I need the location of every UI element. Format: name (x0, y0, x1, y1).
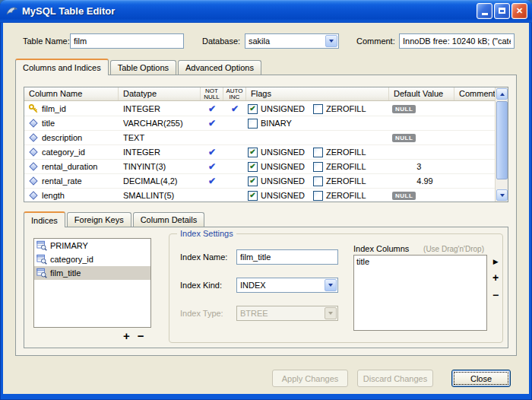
database-dropdown-button[interactable] (325, 35, 337, 47)
table-row[interactable]: description TEXT ✔ ✔ NULL (24, 131, 496, 145)
close-icon: ✕ (516, 7, 523, 15)
grid-vertical-scrollbar[interactable] (495, 87, 508, 202)
table-row[interactable]: rental_rate DECIMAL(4,2) ✔ ✔ ✔UNSIGNED ✔… (24, 174, 496, 189)
not-null-check[interactable]: ✔ (208, 176, 216, 186)
discard-changes-button[interactable]: Discard Changes (357, 370, 433, 387)
minimize-icon (482, 13, 488, 15)
unsigned-checkbox[interactable]: ✔ (248, 176, 258, 186)
comment-input[interactable] (399, 33, 515, 49)
add-index-button[interactable]: + (123, 330, 130, 341)
indices-list-buttons: + − (123, 330, 144, 341)
zerofill-checkbox[interactable]: ✔ (313, 191, 323, 201)
close-button[interactable]: ✕ (511, 3, 527, 19)
not-null-check[interactable]: ✔ (208, 148, 216, 157)
index-list-item[interactable]: category_id (34, 252, 150, 266)
auto-inc-check[interactable]: ✔ (231, 104, 239, 113)
comment-cell (454, 116, 496, 131)
unsigned-checkbox[interactable]: ✔ (248, 162, 258, 172)
tab-advanced-options[interactable]: Advanced Options (178, 60, 261, 75)
header-datatype[interactable]: Datatype (119, 87, 201, 100)
flag-label: UNSIGNED (261, 148, 305, 157)
scrollbar-thumb[interactable] (496, 101, 508, 179)
header-column-name[interactable]: Column Name (24, 87, 119, 100)
index-icon (36, 268, 47, 278)
index-settings-group: Index Settings Index Name: Index Kind: I… (169, 233, 503, 343)
header-default-value[interactable]: Default Value (389, 87, 454, 100)
zerofill-checkbox[interactable]: ✔ (313, 104, 323, 114)
tab-table-options[interactable]: Table Options (110, 60, 176, 75)
binary-checkbox[interactable]: ✔ (248, 119, 258, 129)
flag-label: BINARY (261, 119, 292, 128)
indices-list[interactable]: PRIMARY category_id film_title (33, 238, 151, 328)
mysql-table-editor-window: MySQL Table Editor ✕ Table Name: Databas… (0, 0, 532, 400)
unsigned-checkbox[interactable]: ✔ (248, 104, 258, 114)
check-icon: ✔ (249, 105, 255, 113)
check-icon: ✔ (249, 163, 255, 170)
minimize-button[interactable] (477, 3, 492, 19)
index-icon (36, 254, 47, 265)
table-name-input[interactable] (70, 33, 184, 49)
zerofill-checkbox[interactable]: ✔ (313, 176, 323, 186)
not-null-check[interactable]: ✔ (208, 162, 216, 171)
index-list-item[interactable]: film_title (34, 266, 150, 280)
zerofill-checkbox[interactable]: ✔ (313, 148, 323, 157)
chevron-down-icon (329, 40, 334, 43)
table-row[interactable]: rental_duration TINYINT(3) ✔ ✔ ✔UNSIGNED… (24, 160, 496, 174)
index-name-input[interactable] (236, 249, 338, 265)
table-row[interactable]: length SMALLINT(5) ✔ ✔ ✔UNSIGNED ✔ZEROFI… (24, 189, 496, 202)
column-icon (27, 117, 40, 129)
column-name: description (42, 133, 82, 142)
column-icon (27, 132, 40, 144)
index-list-item[interactable]: PRIMARY (34, 239, 150, 252)
table-row[interactable]: title VARCHAR(255) ✔ ✔ ✔BINARY NULL (24, 116, 496, 131)
not-null-check[interactable]: ✔ (208, 119, 216, 128)
tab-columns-and-indices[interactable]: Columns and Indices (15, 59, 109, 75)
index-icon (36, 240, 47, 251)
header-auto-inc[interactable]: AUTO INC (223, 87, 246, 100)
index-kind-label: Index Kind: (180, 281, 222, 290)
tab-column-details[interactable]: Column Details (133, 212, 205, 227)
column-icon (27, 175, 40, 187)
column-datatype: TEXT (119, 131, 201, 145)
table-row[interactable]: category_id INTEGER ✔ ✔ ✔UNSIGNED ✔ZEROF… (24, 145, 496, 160)
index-kind-select[interactable]: INDEX (236, 278, 338, 293)
header-flags[interactable]: Flags (246, 87, 389, 100)
title-bar[interactable]: MySQL Table Editor ✕ (0, 0, 532, 23)
database-select[interactable]: sakila (245, 33, 339, 49)
header-not-null[interactable]: NOT NULL (201, 87, 223, 100)
window-title: MySQL Table Editor (22, 5, 477, 17)
apply-changes-button[interactable]: Apply Changes (272, 370, 348, 387)
unsigned-checkbox[interactable]: ✔ (248, 148, 258, 157)
index-column-name: title (356, 257, 369, 266)
maximize-button[interactable] (494, 3, 510, 19)
right-arrow-icon[interactable]: ▶ (493, 259, 499, 265)
scroll-up-button[interactable] (496, 88, 508, 100)
table-row[interactable]: film_id INTEGER ✔ ✔ ✔UNSIGNED ✔ZEROFILL … (24, 102, 496, 116)
column-datatype: INTEGER (119, 145, 201, 160)
tab-indices[interactable]: Indices (24, 211, 65, 227)
close-dialog-button[interactable]: Close (451, 370, 511, 387)
primary-key-icon (27, 103, 40, 115)
arrow-up-icon (500, 93, 505, 96)
chevron-down-icon (328, 312, 333, 315)
grid-header: Column Name Datatype NOT NULL AUTO INC F… (24, 87, 496, 101)
remove-column-button[interactable]: − (492, 290, 499, 300)
check-icon: ✔ (249, 192, 255, 199)
header-comment[interactable]: Comment (454, 87, 496, 100)
index-type-select: BTREE (236, 306, 338, 321)
scroll-down-button[interactable] (496, 189, 508, 201)
column-datatype: VARCHAR(255) (119, 116, 201, 131)
column-datatype: INTEGER (119, 102, 201, 116)
index-name: PRIMARY (50, 241, 88, 250)
remove-index-button[interactable]: − (138, 330, 144, 341)
column-datatype: TINYINT(3) (119, 160, 201, 174)
index-column-item[interactable]: title (354, 256, 486, 268)
index-columns-list[interactable]: title (353, 255, 487, 331)
add-column-button[interactable]: + (492, 272, 499, 283)
not-null-check[interactable]: ✔ (208, 104, 216, 113)
index-kind-dropdown-button[interactable] (325, 279, 337, 291)
tab-foreign-keys[interactable]: Foreign Keys (67, 212, 131, 227)
unsigned-checkbox[interactable]: ✔ (248, 191, 258, 201)
comment-label: Comment: (356, 37, 395, 46)
zerofill-checkbox[interactable]: ✔ (313, 162, 323, 172)
